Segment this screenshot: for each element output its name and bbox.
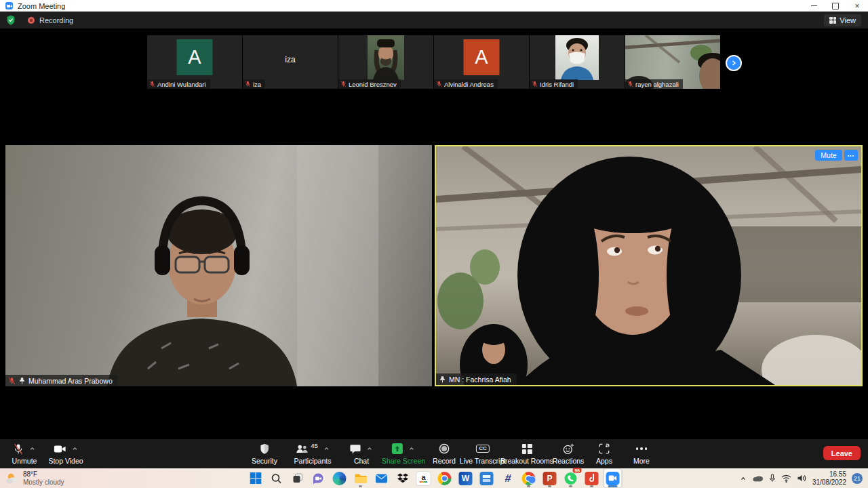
close-icon: × xyxy=(854,2,859,10)
chevron-up-icon[interactable] xyxy=(408,445,415,452)
minimize-button[interactable] xyxy=(803,0,825,12)
mic-muted-icon xyxy=(8,377,16,385)
reactions-smiley-icon xyxy=(562,443,574,455)
orange-app-icon xyxy=(585,472,599,485)
next-participants-button[interactable] xyxy=(726,55,742,71)
hash-app-icon: # xyxy=(504,472,511,485)
close-button[interactable]: × xyxy=(846,0,868,12)
participant-name-tag: Andini Wulandari xyxy=(147,79,210,89)
mic-muted-icon xyxy=(532,81,538,87)
participant-name: Alvinaldi Andreas xyxy=(444,81,494,88)
participant-name-tag: rayen alghazali xyxy=(625,79,683,89)
mic-muted-icon xyxy=(436,81,442,87)
chrome-profile-button[interactable] xyxy=(520,469,538,487)
teams-chat-button[interactable] xyxy=(310,469,328,487)
participant-name-tag: Alvinaldi Andreas xyxy=(434,79,498,89)
thumbnail-iza[interactable]: iza iza xyxy=(243,35,338,89)
blue-app-button[interactable] xyxy=(478,469,496,487)
powerpoint-button[interactable]: P xyxy=(541,469,559,487)
thumbnail-idris[interactable]: Idris Rifandi xyxy=(530,35,625,89)
maximize-button[interactable] xyxy=(825,0,846,12)
zoom-taskbar-button[interactable] xyxy=(604,469,622,487)
participant-name: Idris Rifandi xyxy=(540,81,574,88)
task-view-icon xyxy=(292,472,303,484)
thumbnail-rayen[interactable]: rayen alghazali xyxy=(625,35,720,89)
participant-name-tag: Leonid Bresznev xyxy=(338,79,401,89)
participant-video xyxy=(368,35,404,80)
thumbnail-andini[interactable]: A Andini Wulandari xyxy=(147,35,242,89)
participant-name: iza xyxy=(253,81,261,88)
notification-count-badge[interactable]: 21 xyxy=(852,473,863,484)
word-button[interactable]: W xyxy=(457,469,475,487)
video-tile-muhammad[interactable]: Muhammad Aras Prabowo xyxy=(5,145,432,386)
orange-app-button[interactable] xyxy=(583,469,601,487)
dropbox-button[interactable] xyxy=(394,469,412,487)
unmute-button[interactable]: Unmute xyxy=(12,439,37,468)
participant-name: MN : Fachrisa Afiah xyxy=(449,375,511,384)
video-tile-fachrisa[interactable]: Mute ••• MN : Fachrisa Afiah xyxy=(435,145,863,386)
stop-video-button[interactable]: Stop Video xyxy=(48,439,83,468)
chrome-button[interactable] xyxy=(436,469,454,487)
apps-button[interactable]: Apps xyxy=(596,439,612,468)
edge-browser-button[interactable] xyxy=(331,469,349,487)
participants-button[interactable]: 45 Participants xyxy=(294,439,332,468)
participant-name-tag: Idris Rifandi xyxy=(530,79,578,89)
windows-logo-icon xyxy=(250,472,261,484)
shield-icon xyxy=(260,443,269,454)
camera-icon xyxy=(54,445,66,453)
clock-widget[interactable]: 16.55 31/08/2022 xyxy=(812,470,846,487)
wifi-icon[interactable] xyxy=(781,474,791,483)
zoom-app-icon xyxy=(5,2,13,9)
view-button[interactable]: View xyxy=(824,14,861,26)
participant-name: rayen alghazali xyxy=(635,81,679,88)
start-button[interactable] xyxy=(247,469,264,487)
live-transcript-button[interactable]: CC Live Transcript xyxy=(460,439,506,468)
record-button[interactable]: Record xyxy=(433,439,456,468)
weather-widget[interactable]: 88°F Mostly cloudy xyxy=(5,468,64,488)
file-explorer-button[interactable] xyxy=(352,469,370,487)
window-controls: × xyxy=(803,0,868,12)
breakout-rooms-button[interactable]: Breakout Rooms xyxy=(500,439,553,468)
mail-icon xyxy=(376,474,388,483)
speaker-icon[interactable] xyxy=(797,474,807,483)
avatar: A xyxy=(464,39,500,75)
leave-button[interactable]: Leave xyxy=(823,446,861,460)
chat-bubble-icon xyxy=(350,444,361,454)
security-button[interactable]: Security xyxy=(252,439,277,468)
share-screen-icon xyxy=(392,443,403,454)
thumbnail-leonid[interactable]: Leonid Bresznev xyxy=(338,35,433,89)
meeting-toolbar: Unmute Stop Video Security xyxy=(0,439,868,468)
onedrive-cloud-icon[interactable] xyxy=(753,474,764,482)
window-titlebar: Zoom Meeting × xyxy=(0,0,868,12)
share-screen-button[interactable]: Share Screen xyxy=(382,439,425,468)
meeting-info-bar: Recording View xyxy=(0,12,868,28)
window-title: Zoom Meeting xyxy=(18,2,65,10)
chevron-up-icon[interactable] xyxy=(366,445,373,452)
amazon-button[interactable]: a xyxy=(415,469,433,487)
chevron-up-icon[interactable] xyxy=(71,445,78,452)
encryption-shield-icon[interactable] xyxy=(6,15,16,25)
mute-participant-button[interactable]: Mute xyxy=(815,150,842,161)
task-view-button[interactable] xyxy=(289,469,307,487)
search-button[interactable] xyxy=(268,469,285,487)
whatsapp-button[interactable]: 99 xyxy=(562,469,580,487)
powerpoint-icon: P xyxy=(543,472,557,485)
mail-button[interactable] xyxy=(373,469,391,487)
hidden-icons-chevron[interactable] xyxy=(739,475,747,482)
participant-video xyxy=(436,146,861,385)
chevron-up-icon[interactable] xyxy=(323,445,330,452)
more-button[interactable]: More xyxy=(633,439,650,468)
hash-app-button[interactable]: # xyxy=(499,469,517,487)
chevron-up-icon[interactable] xyxy=(28,445,35,452)
mic-muted-icon xyxy=(13,443,23,455)
avatar: A xyxy=(177,39,213,75)
more-options-button[interactable]: ••• xyxy=(844,150,858,161)
reactions-button[interactable]: Reactions xyxy=(553,439,585,468)
participant-video xyxy=(555,35,599,80)
weather-sun-cloud-icon xyxy=(5,472,19,485)
chat-button[interactable]: Chat xyxy=(350,439,373,468)
thumbnail-alvinaldi[interactable]: A Alvinaldi Andreas xyxy=(434,35,529,89)
pin-icon xyxy=(18,377,26,385)
microphone-tray-icon[interactable] xyxy=(769,474,776,483)
taskbar-app-icons: a W # P xyxy=(247,468,622,488)
